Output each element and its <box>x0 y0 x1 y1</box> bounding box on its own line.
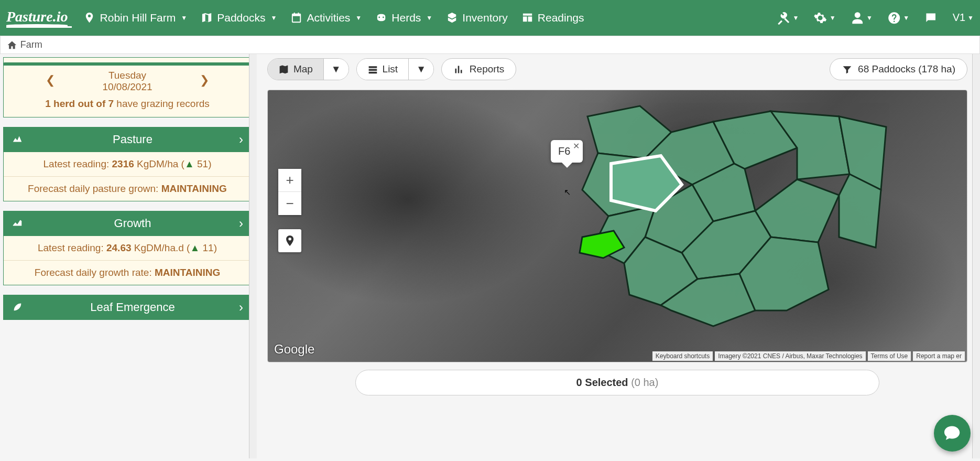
nav-farm-label: Robin Hill Farm <box>100 12 176 24</box>
nav-inventory-label: Inventory <box>462 12 507 24</box>
scrollbar-thumb[interactable] <box>250 117 256 211</box>
panel-leaf-title: Leaf Emergence <box>26 301 239 314</box>
view-list-dropdown[interactable]: ▼ <box>408 59 433 80</box>
caret-down-icon: ▼ <box>416 63 426 75</box>
navbar-right: ▼ ▼ ▼ ▼ V1 ▼ <box>777 11 974 25</box>
nav-farm-selector[interactable]: Robin Hill Farm ▼ <box>81 8 189 27</box>
nav-readings-label: Readings <box>538 12 584 24</box>
caret-down-icon: ▼ <box>866 14 873 22</box>
selection-summary: 0 Selected (0 ha) <box>355 370 879 395</box>
brand-logo[interactable]: Pasture.io <box>6 8 72 28</box>
view-list-button[interactable]: List <box>357 59 408 80</box>
prev-day-button[interactable]: ❮ <box>46 73 55 87</box>
map-report-link[interactable]: Report a map er <box>913 351 965 361</box>
nav-activities[interactable]: Activities ▼ <box>288 8 364 27</box>
panel-growth-header[interactable]: Growth › <box>3 211 252 236</box>
view-map-dropdown[interactable]: ▼ <box>323 59 349 80</box>
view-map-button[interactable]: Map <box>268 59 323 80</box>
nav-user[interactable]: ▼ <box>851 11 873 25</box>
growth-forecast: Forecast daily growth rate: MAINTAINING <box>4 261 251 285</box>
breadcrumb: Farm <box>0 36 980 54</box>
view-reports-label: Reports <box>470 63 505 75</box>
nav-inventory[interactable]: Inventory <box>444 8 509 27</box>
svg-marker-13 <box>839 116 886 190</box>
up-arrow-icon: ▲ <box>190 242 202 253</box>
tools-icon <box>777 11 790 25</box>
close-icon[interactable]: ✕ <box>573 141 580 151</box>
selection-count: 0 Selected <box>576 377 631 388</box>
map-terms-link[interactable]: Terms of Use <box>868 351 911 361</box>
chat-bubble-icon <box>943 424 961 442</box>
filter-icon <box>842 64 853 75</box>
gear-icon <box>813 11 827 25</box>
map-imagery-credit: Imagery ©2021 CNES / Airbus, Maxar Techn… <box>715 351 865 361</box>
main-content: Map ▼ List ▼ Reports 68 Paddocks (178 ha… <box>257 54 980 458</box>
breadcrumb-text[interactable]: Farm <box>20 39 42 50</box>
map-pin-icon <box>83 12 95 24</box>
view-list-group: List ▼ <box>356 58 434 80</box>
view-map-group: Map ▼ <box>267 58 349 80</box>
caret-down-icon: ▼ <box>331 63 341 75</box>
chevron-right-icon: › <box>239 132 243 147</box>
paddock-popup-label: F6 <box>558 145 570 157</box>
nav-help[interactable]: ▼ <box>887 11 909 25</box>
nav-paddocks[interactable]: Paddocks ▼ <box>199 8 279 27</box>
nav-readings[interactable]: Readings <box>519 8 586 27</box>
grazing-summary: 1 herd out of 7 have grazing records <box>4 98 251 110</box>
nav-version[interactable]: V1 ▼ <box>953 12 974 24</box>
chat-fab[interactable] <box>934 415 971 452</box>
date-value: 10/08/2021 <box>4 81 251 93</box>
leaf-icon <box>12 301 26 314</box>
view-reports-button[interactable]: Reports <box>441 58 516 80</box>
grazing-count: 1 herd out of 7 <box>45 98 114 109</box>
sidebar: ❮ ❯ Tuesday 10/08/2021 1 herd out of 7 h… <box>0 54 257 458</box>
scrollbar-thumb[interactable] <box>973 85 979 295</box>
table-icon <box>521 12 533 24</box>
caret-down-icon: ▼ <box>355 14 362 22</box>
map-keyboard-link[interactable]: Keyboard shortcuts <box>652 351 713 361</box>
date-card: ❮ ❯ Tuesday 10/08/2021 1 herd out of 7 h… <box>3 57 252 117</box>
chat-icon <box>924 11 938 25</box>
line-chart-icon <box>12 217 26 230</box>
view-list-label: List <box>383 63 398 75</box>
pasture-latest-reading: Latest reading: 2316 KgDM/ha (▲ 51) <box>4 152 251 177</box>
panel-growth-title: Growth <box>26 217 239 230</box>
growth-latest-reading: Latest reading: 24.63 KgDM/ha.d (▲ 11) <box>4 236 251 261</box>
chevron-right-icon: › <box>239 216 243 231</box>
help-icon <box>887 11 901 25</box>
next-day-button[interactable]: ❯ <box>200 73 209 87</box>
nav-herds[interactable]: Herds ▼ <box>373 8 434 27</box>
selection-area: (0 ha) <box>631 377 658 388</box>
area-chart-icon <box>12 133 26 146</box>
nav-settings[interactable]: ▼ <box>813 11 835 25</box>
date-day: Tuesday <box>4 70 251 81</box>
caret-down-icon: ▼ <box>426 14 432 22</box>
panel-pasture-title: Pasture <box>26 133 239 146</box>
cursor-icon: ↖ <box>564 187 571 197</box>
zoom-out-button[interactable]: − <box>278 192 301 215</box>
view-map-label: Map <box>293 63 313 75</box>
pasture-forecast: Forecast daily pasture grown: MAINTAININ… <box>4 177 251 201</box>
paddock-filter-label: 68 Paddocks (178 ha) <box>858 63 955 75</box>
map-icon <box>278 64 289 75</box>
panel-pasture-header[interactable]: Pasture › <box>3 127 252 152</box>
table-icon <box>367 64 378 75</box>
map[interactable]: + − ✕ F6 ↖ Google Keyboard shortcuts Ima… <box>267 90 967 362</box>
nav-chat[interactable] <box>924 11 938 25</box>
nav-activities-label: Activities <box>307 12 350 24</box>
paddock-overlay <box>525 101 891 352</box>
nav-tools[interactable]: ▼ <box>777 11 799 25</box>
paddock-popup: ✕ F6 <box>551 140 583 163</box>
google-watermark: Google <box>274 342 314 357</box>
map-pin-icon <box>284 234 296 247</box>
user-icon <box>851 11 864 25</box>
zoom-in-button[interactable]: + <box>278 169 301 192</box>
map-zoom-controls: + − <box>278 169 301 215</box>
view-toolbar: Map ▼ List ▼ Reports 68 Paddocks (178 ha… <box>267 58 967 80</box>
panel-leaf-header[interactable]: Leaf Emergence › <box>3 295 252 320</box>
map-locate-button[interactable] <box>278 229 301 252</box>
caret-down-icon: ▼ <box>793 14 799 22</box>
panel-leaf: Leaf Emergence › <box>3 295 252 320</box>
paddock-filter[interactable]: 68 Paddocks (178 ha) <box>830 58 967 80</box>
panel-pasture: Pasture › Latest reading: 2316 KgDM/ha (… <box>3 127 252 201</box>
